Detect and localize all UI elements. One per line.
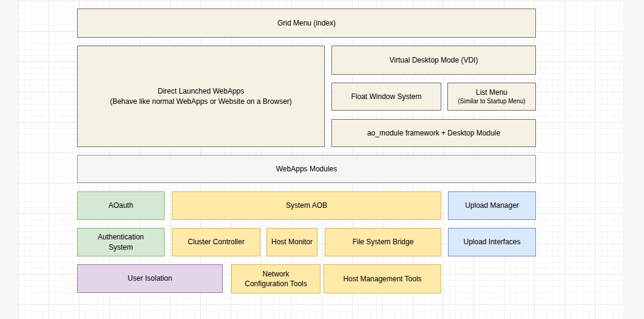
node-label: Host Monitor <box>271 237 313 247</box>
node-aoauth[interactable]: AOauth <box>77 191 164 220</box>
node-label: AOauth <box>109 201 134 210</box>
node-label: Direct Launched WebApps <box>158 86 245 96</box>
node-label: ao_module framework + Desktop Module <box>367 128 500 138</box>
node-label: System AOB <box>286 201 327 210</box>
node-label: User Isolation <box>127 273 172 283</box>
node-label: Upload Manager <box>465 201 519 210</box>
node-label: Cluster Controller <box>188 237 244 247</box>
node-label: File System Bridge <box>353 237 414 247</box>
node-label: Float Window System <box>351 92 421 101</box>
node-label: Authentication System <box>90 232 152 252</box>
node-sublabel: (Behave like normal WebApps or Website o… <box>110 97 292 106</box>
node-user-isolation[interactable]: User Isolation <box>77 264 223 293</box>
node-label: List Menu <box>476 87 507 97</box>
node-upload-interfaces[interactable]: Upload Interfaces <box>448 228 536 256</box>
node-upload-manager[interactable]: Upload Manager <box>448 191 536 220</box>
node-host-monitor[interactable]: Host Monitor <box>266 228 317 256</box>
node-direct-launched-webapps[interactable]: Direct Launched WebApps (Behave like nor… <box>77 46 325 147</box>
node-label: Upload Interfaces <box>463 237 520 247</box>
node-host-management-tools[interactable]: Host Management Tools <box>324 264 441 293</box>
node-ao-module-framework[interactable]: ao_module framework + Desktop Module <box>331 119 536 147</box>
node-label: Grid Menu (index) <box>277 18 336 28</box>
node-label: Virtual Desktop Mode (VDI) <box>390 55 478 65</box>
node-authentication-system[interactable]: Authentication System <box>77 228 164 256</box>
node-system-aob[interactable]: System AOB <box>172 191 441 220</box>
node-cluster-controller[interactable]: Cluster Controller <box>172 228 260 256</box>
node-network-configuration-tools[interactable]: Network Configuration Tools <box>231 264 320 293</box>
node-float-window-system[interactable]: Float Window System <box>331 83 441 111</box>
node-label: Network Configuration Tools <box>242 269 310 289</box>
node-file-system-bridge[interactable]: File System Bridge <box>325 228 441 256</box>
node-sublabel: (Similar to Startup Menu) <box>458 97 525 106</box>
node-list-menu[interactable]: List Menu (Similar to Startup Menu) <box>447 83 536 111</box>
node-label: WebApps Modules <box>276 164 337 174</box>
node-webapps-modules[interactable]: WebApps Modules <box>77 155 536 183</box>
node-label: Host Management Tools <box>343 274 421 284</box>
node-virtual-desktop-mode[interactable]: Virtual Desktop Mode (VDI) <box>331 46 536 75</box>
node-grid-menu[interactable]: Grid Menu (index) <box>77 9 536 38</box>
diagram-stage: Grid Menu (index) Direct Launched WebApp… <box>0 0 644 319</box>
